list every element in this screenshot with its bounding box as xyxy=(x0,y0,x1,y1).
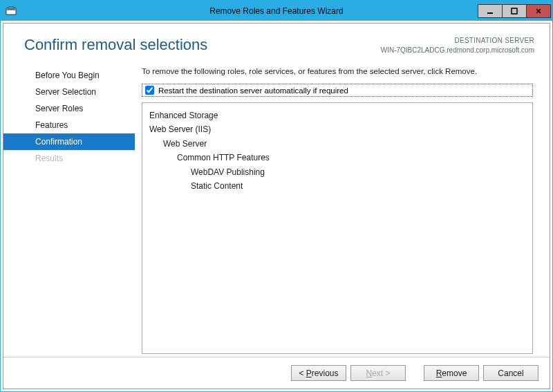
removal-listbox[interactable]: Enhanced Storage Web Server (IIS) Web Se… xyxy=(142,102,533,354)
restart-checkbox-row[interactable]: Restart the destination server automatic… xyxy=(142,84,533,97)
remove-button[interactable]: Remove xyxy=(424,365,479,381)
previous-button[interactable]: < PPreviousrevious xyxy=(291,365,346,381)
svg-rect-4 xyxy=(512,8,517,14)
content-pane: To remove the following roles, role serv… xyxy=(135,60,550,357)
cancel-button[interactable]: Cancel xyxy=(483,365,538,381)
minimize-button[interactable] xyxy=(478,4,503,18)
list-item: Static Content xyxy=(149,179,525,193)
list-item: Web Server (IIS) xyxy=(149,122,525,136)
nav-step-before-you-begin[interactable]: Before You Begin xyxy=(3,67,135,84)
nav-step-confirmation[interactable]: Confirmation xyxy=(3,133,135,150)
dest-label: DESTINATION SERVER xyxy=(381,36,534,46)
app-icon xyxy=(5,5,17,17)
wizard-window: Remove Roles and Features Wizard Confirm… xyxy=(0,0,553,392)
titlebar: Remove Roles and Features Wizard xyxy=(1,1,552,21)
wizard-nav: Before You Begin Server Selection Server… xyxy=(3,60,135,357)
restart-checkbox[interactable] xyxy=(145,86,154,95)
body: Before You Begin Server Selection Server… xyxy=(3,60,550,357)
footer: < PPreviousrevious Next > Remove Cancel xyxy=(3,357,550,389)
client-area: Confirm removal selections DESTINATION S… xyxy=(3,23,550,389)
nav-step-results: Results xyxy=(3,150,135,167)
nav-step-features[interactable]: Features xyxy=(3,117,135,133)
svg-rect-3 xyxy=(487,12,493,14)
list-item: Web Server xyxy=(149,137,525,151)
window-buttons xyxy=(478,4,551,18)
dest-value: WIN-7QIBC2LADCG.redmond.corp.microsoft.c… xyxy=(381,46,534,55)
list-item: Common HTTP Features xyxy=(149,151,525,165)
maximize-button[interactable] xyxy=(502,4,527,18)
nav-step-server-roles[interactable]: Server Roles xyxy=(3,100,135,117)
window-title: Remove Roles and Features Wizard xyxy=(1,6,552,16)
list-item: WebDAV Publishing xyxy=(149,165,525,179)
list-item: Enhanced Storage xyxy=(149,109,525,122)
page-title: Confirm removal selections xyxy=(24,36,207,54)
nav-step-server-selection[interactable]: Server Selection xyxy=(3,84,135,100)
destination-server: DESTINATION SERVER WIN-7QIBC2LADCG.redmo… xyxy=(381,36,534,55)
close-button[interactable] xyxy=(526,4,551,18)
next-button: Next > xyxy=(350,365,406,381)
description-text: To remove the following roles, role serv… xyxy=(142,67,533,75)
svg-rect-2 xyxy=(8,7,14,9)
header: Confirm removal selections DESTINATION S… xyxy=(3,24,550,60)
restart-label: Restart the destination server automatic… xyxy=(158,86,348,95)
